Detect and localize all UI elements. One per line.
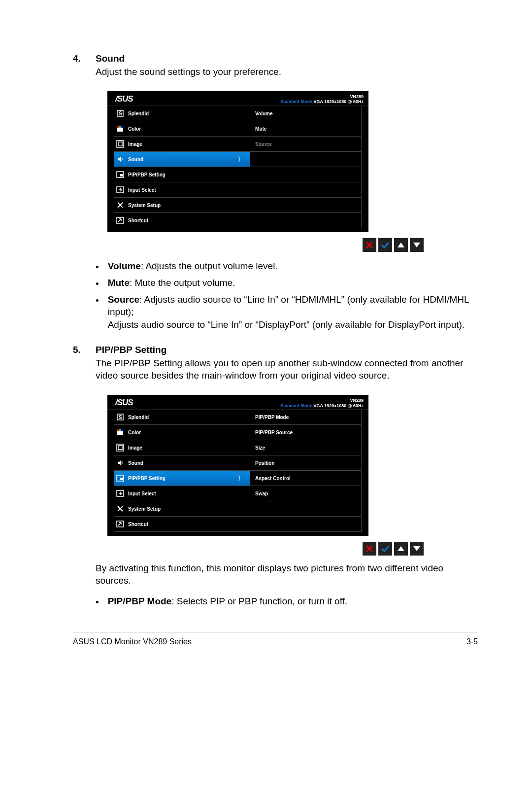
section-4: 4. Sound Adjust the sound settings to yo… [73,53,478,78]
pip-icon [116,474,124,482]
osd-header: /SUS VN289 Standard Mode VGA 1920x1080 @… [107,395,368,410]
pip-bullets: • PIP/PBP Mode: Selects PIP or PBP funct… [96,595,478,612]
menu-system-setup[interactable]: System Setup [114,198,250,213]
menu-color[interactable]: Color [114,425,250,440]
menu-sound[interactable]: Sound 〉 [114,152,250,167]
menu-label: System Setup [128,203,247,208]
section-number: 5. [73,345,86,355]
menu-color[interactable]: Color [114,121,250,137]
osd-controls [73,542,424,556]
sub-swap[interactable]: Swap [250,486,362,501]
image-icon [116,444,124,452]
section-5: 5. PIP/PBP Setting The PIP/PBP Setting a… [73,345,478,382]
bullet-term: PIP/PBP Mode [108,596,172,606]
menu-label: Input Select [128,187,247,193]
svg-rect-14 [117,429,119,431]
section-number: 4. [73,53,86,64]
menu-label: Input Select [128,491,247,496]
down-button[interactable] [410,238,424,252]
up-button[interactable] [394,238,408,252]
asus-logo: /SUS [115,398,133,409]
svg-text:S: S [119,111,122,116]
sub-position[interactable]: Position [250,455,362,471]
pip-icon [116,171,124,178]
sub-empty [250,152,362,167]
osd-main-menu: S Splendid Color Image Sound PIP/P [114,410,250,532]
sub-label: PIP/PBP Mode [255,415,358,420]
sub-mute[interactable]: Mute [250,121,362,137]
osd-resolution: VGA 1920x1080 @ 60Hz [313,99,364,104]
osd-controls [73,238,424,252]
sub-label: PIP/PBP Source [255,430,358,435]
footer-left: ASUS LCD Monitor VN289 Series [73,637,192,646]
menu-splendid[interactable]: S Splendid [114,410,250,425]
menu-label: Color [128,126,247,132]
menu-label: PIP/PBP Setting [128,172,247,177]
sub-pip-mode[interactable]: PIP/PBP Mode [250,410,362,425]
sub-label: Size [255,445,358,451]
speaker-icon [116,155,124,163]
sub-pip-source[interactable]: PIP/PBP Source [250,425,362,440]
up-button[interactable] [394,542,408,556]
menu-image[interactable]: Image [114,440,250,455]
menu-label: Color [128,430,247,435]
cancel-button[interactable] [363,238,376,252]
osd-screenshot-pip: /SUS VN289 Standard Mode VGA 1920x1080 @… [107,395,368,536]
menu-shortcut[interactable]: Shortcut [114,517,250,532]
svg-rect-21 [120,478,123,480]
osd-sub-menu: PIP/PBP Mode PIP/PBP Source Size Positio… [250,410,362,532]
chevron-right-icon: 〉 [238,474,247,483]
section-intro: The PIP/PBP Setting allows you to open u… [96,357,478,382]
sub-empty [250,198,362,213]
sub-volume[interactable]: Volume [250,106,362,121]
sub-label: Mute [255,126,358,132]
confirm-button[interactable] [378,542,392,556]
section-title: PIP/PBP Setting [96,345,166,355]
menu-label: Image [128,141,247,147]
menu-pip-pbp[interactable]: PIP/PBP Setting [114,167,250,182]
sub-source[interactable]: Source [250,137,362,152]
svg-rect-15 [119,429,121,431]
svg-rect-5 [117,128,123,132]
sub-size[interactable]: Size [250,440,362,455]
sub-label: Swap [255,491,358,496]
color-icon [116,428,124,436]
menu-label: PIP/PBP Setting [128,476,234,481]
color-icon [116,125,124,133]
menu-splendid[interactable]: S Splendid [114,106,250,121]
menu-system-setup[interactable]: System Setup [114,501,250,517]
bullet-desc: : Mute the output volume. [130,278,235,288]
bullet-row: • Source: Adjusts audio source to “Line … [96,293,478,331]
menu-label: Splendid [128,111,247,116]
cancel-button[interactable] [363,542,376,556]
speaker-icon [116,459,124,467]
svg-rect-19 [118,446,122,450]
menu-pip-pbp[interactable]: PIP/PBP Setting 〉 [114,471,250,486]
menu-shortcut[interactable]: Shortcut [114,213,250,228]
menu-label: System Setup [128,506,247,512]
chevron-right-icon: 〉 [238,155,247,164]
menu-label: Sound [128,157,234,162]
menu-image[interactable]: Image [114,137,250,152]
down-button[interactable] [410,542,424,556]
sub-label: Aspect Control [255,476,358,481]
bullet-mark: • [96,277,99,290]
image-icon [116,140,124,148]
bullet-desc: : Adjusts audio source to “Line In” or “… [108,294,469,317]
osd-mode: Standard Mode [280,99,312,104]
osd-main-menu: S Splendid Color Image Sound 〉 [114,106,250,228]
osd-model: VN289 [280,398,364,403]
svg-rect-2 [117,126,119,128]
manual-page: 4. Sound Adjust the sound settings to yo… [0,0,532,676]
osd-screenshot-sound: /SUS VN289 Standard Mode VGA 1920x1080 @… [107,91,368,233]
bullet-term: Volume [108,261,141,271]
sub-aspect[interactable]: Aspect Control [250,471,362,486]
osd-model: VN289 [280,94,364,100]
svg-rect-6 [117,140,124,147]
menu-input-select[interactable]: Input Select [114,182,250,198]
menu-input-select[interactable]: Input Select [114,486,250,501]
confirm-button[interactable] [378,238,392,252]
sub-label: Position [255,460,358,466]
menu-sound[interactable]: Sound [114,455,250,471]
section-title: Sound [96,53,125,64]
